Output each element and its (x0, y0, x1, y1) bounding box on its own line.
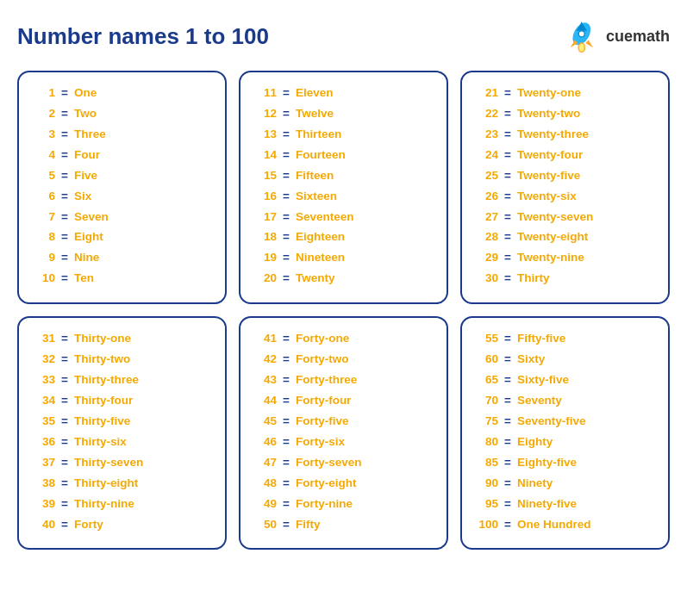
number-row: 45=Forty-five (254, 413, 433, 431)
number-name: Seventy-five (517, 413, 586, 431)
number-row: 85=Eighty-five (476, 454, 654, 472)
number: 18 (254, 228, 277, 246)
number-name: Eight (74, 228, 103, 246)
number-row: 6=Six (33, 188, 211, 206)
logo-text: cuemath (606, 28, 670, 46)
number: 13 (254, 126, 277, 144)
number-row: 33=Thirty-three (33, 371, 211, 389)
number: 3 (33, 126, 55, 144)
number: 19 (254, 249, 277, 267)
equals-sign: = (283, 330, 290, 348)
number-row: 11=Eleven (254, 84, 433, 103)
number: 22 (476, 105, 498, 123)
number: 30 (476, 270, 498, 288)
number: 17 (254, 208, 277, 227)
number-name: Thirty (517, 270, 550, 288)
number-name: Seventeen (296, 208, 354, 227)
number: 70 (476, 392, 498, 410)
number: 23 (476, 126, 498, 144)
number: 85 (476, 454, 498, 472)
rocket-icon (561, 17, 599, 55)
number: 60 (476, 351, 498, 369)
number-row: 4=Four (33, 146, 211, 165)
number-row: 80=Eighty (476, 433, 654, 451)
number: 41 (254, 330, 277, 348)
number: 33 (33, 371, 55, 389)
number-row: 43=Forty-three (254, 371, 433, 389)
number-name: Fifty (296, 516, 321, 534)
equals-sign: = (504, 371, 511, 389)
number-name: Seventy (517, 392, 562, 410)
number-name: Sixty (517, 351, 545, 369)
number-row: 8=Eight (33, 228, 211, 246)
number-row: 5=Five (33, 167, 211, 185)
number-name: Thirty-one (74, 330, 131, 348)
equals-sign: = (283, 433, 290, 451)
number: 75 (476, 413, 498, 431)
equals-sign: = (61, 351, 68, 369)
number-row: 14=Fourteen (254, 146, 433, 165)
number-row: 31=Thirty-one (33, 330, 211, 348)
number-name: Eleven (296, 84, 334, 103)
number: 20 (254, 270, 277, 288)
number-name: Twenty-six (517, 188, 577, 206)
number-name: Two (74, 105, 97, 123)
card-41-50: 41=Forty-one42=Forty-two43=Forty-three44… (239, 316, 448, 550)
equals-sign: = (504, 188, 511, 206)
number: 32 (33, 351, 55, 369)
number-name: Forty-nine (296, 495, 353, 513)
number: 24 (476, 146, 498, 165)
equals-sign: = (504, 454, 511, 472)
number: 39 (33, 495, 55, 513)
number-name: Nine (74, 249, 99, 267)
equals-sign: = (283, 188, 290, 206)
equals-sign: = (283, 516, 290, 534)
number-name: Thirty-four (74, 392, 133, 410)
equals-sign: = (283, 167, 290, 185)
number-row: 7=Seven (33, 208, 211, 227)
number-row: 17=Seventeen (254, 208, 433, 227)
equals-sign: = (61, 475, 68, 493)
equals-sign: = (283, 249, 290, 267)
logo-area: cuemath (561, 17, 670, 55)
number: 5 (33, 167, 55, 185)
number-name: Twenty-nine (517, 249, 584, 267)
number-name: Three (74, 126, 106, 144)
number-row: 37=Thirty-seven (33, 454, 211, 472)
equals-sign: = (504, 413, 511, 431)
equals-sign: = (504, 249, 511, 267)
number-row: 49=Forty-nine (254, 495, 433, 513)
equals-sign: = (61, 208, 68, 227)
number-row: 19=Nineteen (254, 249, 433, 267)
equals-sign: = (283, 475, 290, 493)
number-row: 29=Twenty-nine (476, 249, 654, 267)
equals-sign: = (61, 454, 68, 472)
equals-sign: = (504, 516, 511, 534)
number-row: 23=Twenty-three (476, 126, 654, 144)
number-row: 90=Ninety (476, 475, 654, 493)
number: 45 (254, 413, 277, 431)
number-name: Twenty-two (517, 105, 580, 123)
page-header: Number names 1 to 100 cuemath (17, 17, 670, 55)
equals-sign: = (504, 208, 511, 227)
number: 8 (33, 228, 55, 246)
number-name: Forty-two (296, 351, 349, 369)
number-name: Eighteen (296, 228, 345, 246)
number: 16 (254, 188, 277, 206)
number-row: 1=One (33, 84, 211, 103)
number-row: 47=Forty-seven (254, 454, 433, 472)
number-row: 36=Thirty-six (33, 433, 211, 451)
number-name: Thirty-five (74, 413, 130, 431)
equals-sign: = (283, 413, 290, 431)
number-row: 28=Twenty-eight (476, 228, 654, 246)
number-name: One (74, 84, 97, 103)
number-row: 42=Forty-two (254, 351, 433, 369)
number: 7 (33, 208, 55, 227)
equals-sign: = (504, 126, 511, 144)
number-row: 25=Twenty-five (476, 167, 654, 185)
number: 14 (254, 146, 277, 165)
equals-sign: = (504, 105, 511, 123)
number-name: Thirty-two (74, 351, 130, 369)
equals-sign: = (61, 495, 68, 513)
number-name: Forty-seven (296, 454, 362, 472)
